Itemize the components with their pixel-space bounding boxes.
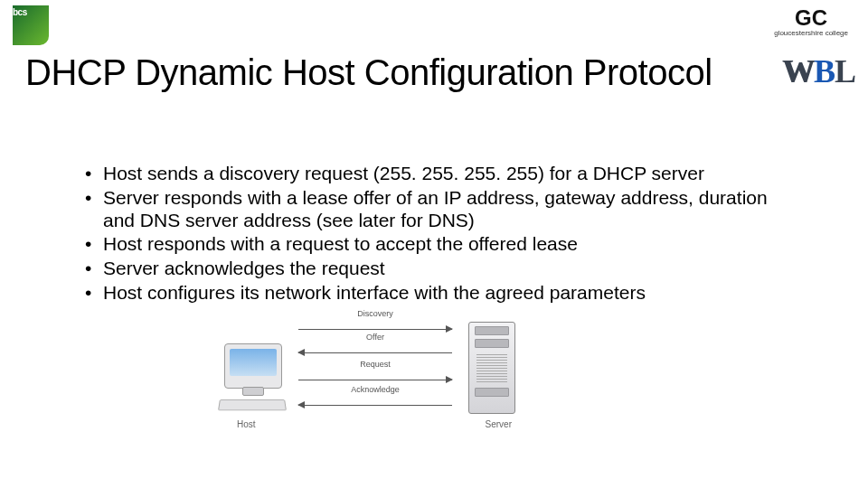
bcs-text: bcs xyxy=(13,7,27,17)
gc-main: GC xyxy=(795,5,827,30)
arrow-acknowledge: Acknowledge xyxy=(298,396,452,414)
wbl-logo: WBL xyxy=(782,52,855,90)
list-item: Server responds with a lease offer of an… xyxy=(85,187,790,232)
list-item: Host responds with a request to accept t… xyxy=(85,233,790,256)
host-keyboard-icon xyxy=(218,399,287,410)
wbl-b: B xyxy=(814,53,835,89)
host-computer-icon xyxy=(224,343,282,389)
bullet-list: Host sends a discovery request (255. 255… xyxy=(85,163,790,306)
arrow-label: Acknowledge xyxy=(348,385,402,394)
list-item: Host sends a discovery request (255. 255… xyxy=(85,163,790,185)
host-stand xyxy=(242,387,264,396)
gc-sub: gloucestershire college xyxy=(774,29,848,37)
arrow-label: Discovery xyxy=(354,309,396,318)
slide-title: DHCP Dynamic Host Configuration Protocol xyxy=(25,52,712,93)
wbl-w: W xyxy=(782,53,814,89)
list-item: Server acknowledges the request xyxy=(85,258,790,280)
arrow-label: Offer xyxy=(363,333,387,342)
header-logos: bcs GC gloucestershire college WBL xyxy=(0,5,868,60)
arrow-label: Request xyxy=(357,360,393,369)
server-label: Server xyxy=(486,419,512,429)
arrow-offer: Offer xyxy=(298,343,452,361)
wbl-l: L xyxy=(835,53,855,89)
server-icon xyxy=(468,322,515,414)
gc-logo: GC gloucestershire college xyxy=(774,5,848,37)
list-item: Host configures its network interface wi… xyxy=(85,282,790,305)
host-label: Host xyxy=(237,419,256,429)
dhcp-diagram: Host Server Discovery Offer Request Ackn… xyxy=(208,316,552,443)
